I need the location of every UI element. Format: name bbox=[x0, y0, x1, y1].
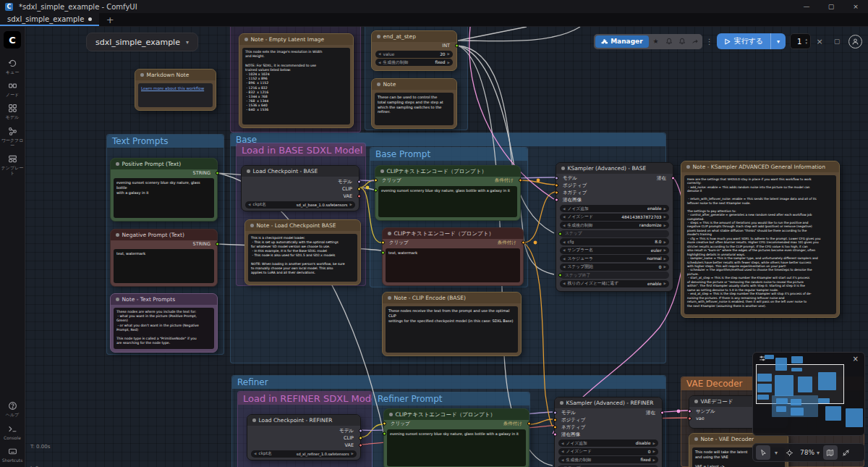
widget-cfg[interactable]: ◀cfg8.0▶ bbox=[560, 238, 669, 245]
output-dot-conditioning[interactable] bbox=[527, 422, 531, 426]
input-dot[interactable] bbox=[555, 184, 558, 188]
output-dot-latent[interactable] bbox=[660, 411, 664, 415]
output-dot[interactable] bbox=[357, 188, 361, 191]
widget-return-with-leftover-noise[interactable]: ◀残りのノイズと一緒に返すenable▶ bbox=[560, 280, 669, 287]
note-text[interactable]: This node sets the image's resolution in… bbox=[242, 48, 350, 125]
prev-arrow[interactable]: ◀ bbox=[563, 248, 565, 252]
bell-icon[interactable] bbox=[663, 35, 675, 48]
run-button-main[interactable]: 実行する bbox=[717, 36, 770, 46]
new-tab-button[interactable]: + bbox=[99, 13, 121, 26]
input-dot-clip[interactable] bbox=[381, 241, 385, 245]
node-note-steps[interactable]: Note These can be used to control the to… bbox=[371, 78, 457, 129]
note-text[interactable]: These nodes are where you include the te… bbox=[114, 308, 214, 349]
widget-end-at-step-input[interactable]: ステップ終了 bbox=[560, 272, 669, 279]
prev-arrow[interactable]: ◀ bbox=[561, 450, 563, 453]
prev-arrow[interactable]: ◀ bbox=[563, 224, 565, 227]
prev-arrow[interactable]: ◀ bbox=[563, 240, 565, 244]
prompt-textarea[interactable]: text, watermark bbox=[386, 248, 520, 282]
sidebar-item-templates[interactable]: テンプレート bbox=[0, 154, 25, 175]
input-dot[interactable] bbox=[555, 191, 558, 195]
pointer-tool-button[interactable] bbox=[756, 445, 770, 460]
node-title-bar[interactable]: KSampler (Advanced) - BASE bbox=[556, 163, 673, 174]
workflow-tab[interactable]: sdxl_simple_example bbox=[0, 13, 99, 26]
node-title-bar[interactable]: Note - Load Checkpoint BASE bbox=[245, 220, 360, 231]
prev-arrow[interactable]: ◀ bbox=[254, 452, 256, 455]
input-slot-latent-image[interactable]: 潜在画像 bbox=[555, 431, 662, 438]
widget-ckpt-name[interactable]: ◀ ckpt名 sd_xl_base_1.0.safetensors ▶ bbox=[245, 201, 355, 209]
input-dot-model[interactable] bbox=[555, 177, 558, 180]
output-dot[interactable] bbox=[455, 44, 459, 48]
output-dot[interactable] bbox=[357, 195, 361, 198]
group-title[interactable]: Load in BASE SDXL Model bbox=[237, 143, 365, 156]
next-arrow[interactable]: ▶ bbox=[350, 203, 352, 206]
prev-arrow[interactable]: ◀ bbox=[561, 458, 563, 462]
node-title-bar[interactable]: Note bbox=[372, 79, 456, 90]
group-title[interactable]: Load in REFINER SDXL Model bbox=[238, 392, 372, 405]
cancel-icon[interactable]: × bbox=[811, 33, 828, 49]
prompt-textarea[interactable]: evening sunset scenery blue sky nature, … bbox=[114, 178, 214, 218]
node-title-bar[interactable]: CLIPテキストエンコード（プロンプト） bbox=[383, 228, 523, 239]
output-slot-model[interactable]: モデル bbox=[242, 178, 359, 185]
output-dot-latent[interactable] bbox=[671, 177, 675, 180]
node-note-load-checkpoint[interactable]: Note - Load Checkpoint BASE This is a ch… bbox=[244, 219, 361, 285]
widget-sampler-name[interactable]: ◀サンプラー名euler▶ bbox=[560, 247, 669, 254]
input-dot-clip[interactable] bbox=[383, 422, 386, 426]
node-ksampler-refiner[interactable]: KSampler (Advanced) - REFINER モデル 潜在 ポジテ… bbox=[554, 397, 663, 467]
increment-arrow[interactable]: ▶ bbox=[448, 52, 450, 56]
collapse-dot[interactable] bbox=[377, 83, 380, 86]
output-dot[interactable] bbox=[216, 243, 219, 246]
widget-scheduler[interactable]: ◀スケジューラnormal▶ bbox=[560, 255, 669, 262]
node-title-bar[interactable]: Note - Text Prompts bbox=[111, 294, 217, 305]
prompt-textarea[interactable]: evening sunset scenery blue sky nature, … bbox=[387, 429, 526, 466]
input-dot[interactable] bbox=[553, 426, 557, 429]
output-dot[interactable] bbox=[359, 429, 362, 433]
node-title-bar[interactable]: Note - Empty Latent Image bbox=[239, 34, 353, 45]
collapse-dot[interactable] bbox=[694, 437, 698, 441]
widget-steps-input[interactable]: ステップ bbox=[560, 230, 669, 237]
widget-steps-input[interactable]: ステップ bbox=[558, 465, 658, 467]
next-arrow[interactable]: ▶ bbox=[664, 257, 666, 261]
output-slot-string[interactable]: STRING bbox=[111, 169, 217, 177]
node-end-at-step[interactable]: end_at_step INT ◀ value 20 ▶ ◀ 生成後の制御 fi… bbox=[371, 30, 457, 71]
node-note-clip-encode[interactable]: Note - CLIP Encode (BASE) These nodes re… bbox=[382, 292, 522, 356]
zoom-level[interactable]: 78% ▾ bbox=[798, 445, 822, 460]
input-dot[interactable] bbox=[558, 274, 562, 277]
prev-arrow[interactable]: ◀ bbox=[563, 265, 565, 269]
next-arrow[interactable]: ▶ bbox=[664, 248, 666, 252]
star-icon[interactable]: ★ bbox=[650, 35, 662, 48]
node-clip-encode-refiner[interactable]: CLIPテキストエンコード（プロンプト） クリップ 条件付け evening s… bbox=[383, 408, 529, 467]
node-note-text-prompts[interactable]: Note - Text Prompts These nodes are wher… bbox=[110, 293, 218, 353]
widget-add-noise[interactable]: ◀ノイズ追加enable▶ bbox=[560, 205, 669, 212]
sidebar-item-console[interactable]: Console bbox=[0, 424, 25, 440]
input-dot-text[interactable] bbox=[383, 432, 386, 436]
input-dot[interactable] bbox=[553, 433, 557, 437]
prev-arrow[interactable]: ◀ bbox=[563, 207, 565, 211]
manager-button[interactable]: Manager bbox=[595, 35, 649, 48]
input-slot-positive[interactable]: ポジティブ bbox=[555, 416, 662, 424]
group-title[interactable]: Refiner bbox=[232, 376, 665, 389]
increment-arrow[interactable]: ▶ bbox=[448, 61, 450, 64]
prev-arrow[interactable]: ◀ bbox=[563, 257, 565, 261]
input-dot[interactable] bbox=[555, 198, 558, 202]
batch-count-input[interactable]: 1 ▴▾ bbox=[790, 33, 811, 49]
collapse-dot[interactable] bbox=[244, 38, 248, 41]
output-slot-string[interactable]: STRING bbox=[111, 240, 217, 248]
next-arrow[interactable]: ▶ bbox=[653, 450, 655, 453]
input-dot[interactable] bbox=[688, 410, 692, 413]
sidebar-item-workflows[interactable]: ワークフロー bbox=[0, 127, 25, 148]
input-slot-negative[interactable]: ネガティブ bbox=[555, 424, 662, 431]
output-slot-vae[interactable]: VAE bbox=[247, 442, 360, 449]
node-title-bar[interactable]: Positive Prompt (Text) bbox=[111, 159, 217, 169]
sidebar-item-help[interactable]: ヘルプ bbox=[0, 401, 25, 417]
prev-arrow[interactable]: ◀ bbox=[563, 215, 565, 219]
node-title-bar[interactable]: Load Checkpoint - BASE bbox=[242, 166, 359, 177]
maximize-button[interactable]: ▢ bbox=[819, 0, 843, 13]
decrement-arrow[interactable]: ◀ bbox=[378, 61, 380, 64]
collapse-dot[interactable] bbox=[116, 298, 119, 301]
collapse-dot[interactable] bbox=[250, 224, 254, 227]
node-clip-encode-base-positive[interactable]: CLIPテキストエンコード（プロンプト） クリップ 条件付け evening s… bbox=[375, 165, 521, 221]
widget-control-after-generate[interactable]: ◀生成後の制御fixed▶ bbox=[558, 456, 658, 463]
widget-ckpt-name[interactable]: ◀ ckpt名 sd_xl_refiner_1.0.safetensors ▶ bbox=[251, 450, 357, 458]
output-dot-conditioning[interactable] bbox=[519, 179, 522, 182]
output-dot-conditioning[interactable] bbox=[522, 241, 525, 245]
